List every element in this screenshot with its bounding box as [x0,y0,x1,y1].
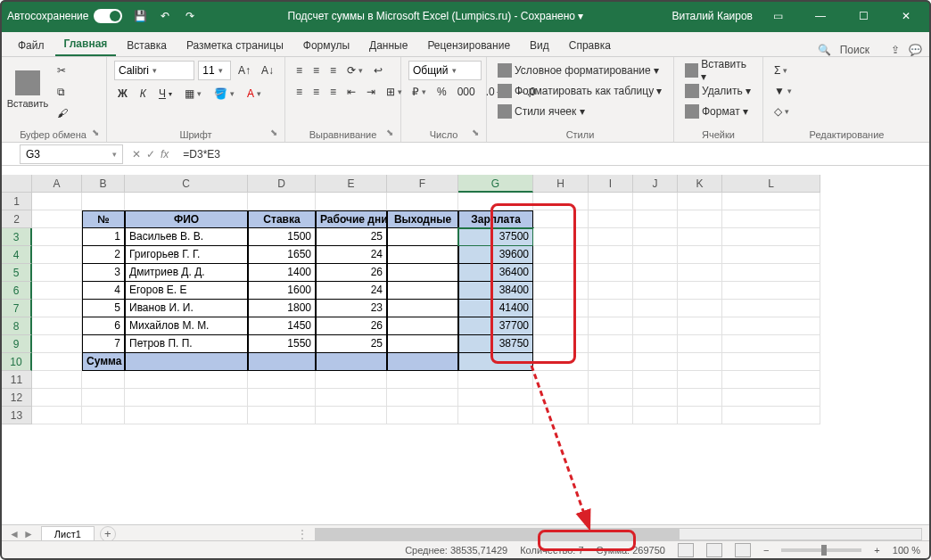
cell[interactable] [589,264,633,282]
currency-icon[interactable]: ₽ [408,82,430,102]
column-headers[interactable]: ABCDEFGHIJKL [32,175,929,193]
cell[interactable] [32,228,82,246]
format-as-table-button[interactable]: Форматировать как таблицу ▾ [494,81,666,101]
cell[interactable] [125,407,248,424]
cell[interactable] [32,389,82,407]
cell[interactable]: 1650 [248,246,316,264]
cell[interactable] [533,335,589,353]
cell[interactable] [533,371,589,389]
cell[interactable] [387,371,458,389]
borders-button[interactable]: ▦ [181,84,205,103]
clear-button[interactable]: ◇ [770,102,923,121]
cell[interactable]: Иванов И. И. [125,300,248,317]
cell[interactable] [633,228,678,246]
cell[interactable] [387,264,458,282]
cell[interactable] [722,282,820,300]
cell[interactable] [589,228,633,246]
col-header-F[interactable]: F [387,175,458,193]
cell[interactable]: 6 [82,317,125,335]
cell[interactable] [533,193,589,210]
cell[interactable] [678,389,722,407]
cell[interactable]: 23 [316,300,387,317]
cell[interactable]: 1600 [248,282,316,300]
cell[interactable] [458,407,533,424]
cell[interactable] [589,193,633,210]
cell[interactable] [32,371,82,389]
cell[interactable] [589,317,633,335]
cell[interactable]: 41400 [458,300,533,317]
zoom-out-button[interactable]: − [763,545,769,556]
cell[interactable]: Петров П. П. [125,335,248,353]
cell[interactable] [722,193,820,210]
indent-inc-icon[interactable]: ⇥ [363,82,379,102]
cell[interactable] [387,193,458,210]
indent-dec-icon[interactable]: ⇤ [343,82,359,102]
user-name[interactable]: Виталий Каиров [671,10,753,22]
cell[interactable]: 2 [82,246,125,264]
cell[interactable]: 24 [316,246,387,264]
cell[interactable] [316,407,387,424]
cell[interactable] [633,407,678,424]
tab-review[interactable]: Рецензирование [418,35,519,56]
cell[interactable] [533,228,589,246]
cell[interactable]: Григорьев Г. Г. [125,246,248,264]
cell[interactable] [633,300,678,317]
cell[interactable] [589,407,633,424]
share-icon[interactable]: ⇪ [891,44,900,56]
col-header-I[interactable]: I [589,175,633,193]
view-normal-icon[interactable] [678,543,694,557]
align-left-icon[interactable]: ≡ [292,82,306,102]
tab-data[interactable]: Данные [360,35,416,56]
cell[interactable] [722,210,820,228]
fx-icon[interactable]: fx [161,148,169,161]
cell[interactable]: Васильев В. В. [125,228,248,246]
cell[interactable]: 38400 [458,282,533,300]
cell[interactable] [722,371,820,389]
cell[interactable] [533,300,589,317]
cell[interactable] [533,389,589,407]
cell[interactable] [722,335,820,353]
cell[interactable]: Выходные [387,210,458,228]
format-painter-button[interactable]: 🖌 [54,103,71,123]
cell[interactable] [458,193,533,210]
align-launcher-icon[interactable]: ⬊ [386,128,397,138]
row-header-12[interactable]: 12 [2,389,32,407]
cell[interactable] [722,264,820,282]
cell[interactable] [387,407,458,424]
cell[interactable]: Сумма [82,353,125,371]
cell[interactable]: 25 [316,228,387,246]
autosave-toggle[interactable] [94,9,122,23]
cell[interactable] [32,300,82,317]
cell[interactable] [678,371,722,389]
cell[interactable]: 38750 [458,335,533,353]
cell[interactable]: 1 [82,228,125,246]
formula-bar[interactable]: =D3*E3 [177,148,931,161]
col-header-G[interactable]: G [458,175,533,193]
row-header-9[interactable]: 9 [2,335,32,353]
cell[interactable] [589,371,633,389]
cell[interactable] [458,371,533,389]
cell[interactable] [387,353,458,371]
zoom-level[interactable]: 100 % [893,545,920,556]
orientation-icon[interactable]: ⟳ [343,61,367,80]
cell[interactable] [32,264,82,282]
zoom-slider[interactable] [781,548,861,552]
cell[interactable] [589,335,633,353]
tab-split-handle[interactable]: ⋮ [297,528,308,540]
cell[interactable] [678,228,722,246]
cell[interactable] [32,246,82,264]
tab-home[interactable]: Главная [55,33,117,56]
cell[interactable]: 1800 [248,300,316,317]
sheet-prev-icon[interactable]: ◄ [9,528,20,540]
zoom-in-button[interactable]: + [874,545,879,556]
cell[interactable] [533,353,589,371]
cell[interactable] [248,407,316,424]
row-header-11[interactable]: 11 [2,371,32,389]
cell-grid[interactable]: №ФИОСтавкаРабочие дниВыходныеЗарплата1Ва… [32,193,929,526]
cell[interactable]: Рабочие дни [316,210,387,228]
cell[interactable] [82,371,125,389]
cell[interactable] [248,353,316,371]
name-box[interactable]: G3 [20,144,123,164]
row-header-1[interactable]: 1 [2,193,32,210]
bold-button[interactable]: Ж [114,84,131,103]
